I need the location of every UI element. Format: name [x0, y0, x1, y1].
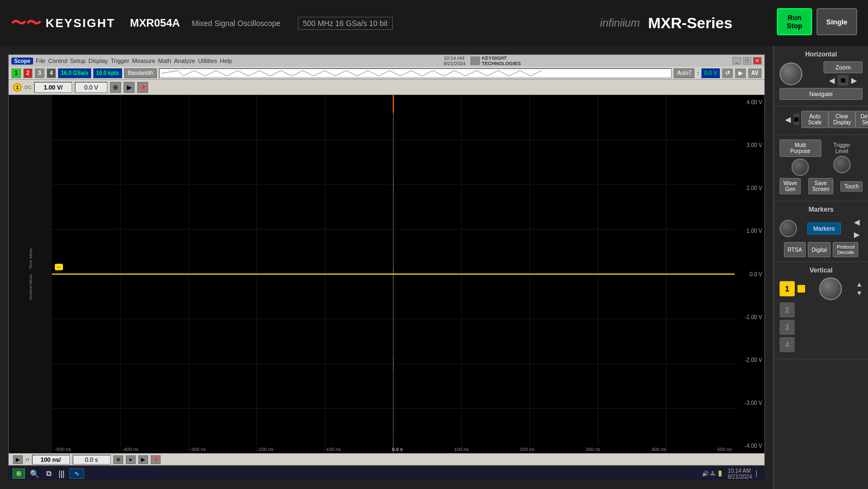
minimize-button[interactable]: _: [732, 57, 741, 65]
markers-knob[interactable]: [780, 220, 797, 237]
menu-control[interactable]: Control: [48, 58, 67, 64]
right-arrow-icon[interactable]: ▶: [848, 75, 860, 86]
left-arrow-icon[interactable]: ◀: [826, 75, 838, 86]
x-axis-labels: -500 ns -400 ns -300 ns -200 ns -100 ns …: [52, 447, 735, 452]
waveform-main[interactable]: ← ← -500 ns -400 ns: [52, 95, 735, 453]
task-view-icon[interactable]: ⧉: [44, 468, 54, 479]
run-stop-button[interactable]: RunStop: [777, 8, 812, 35]
time-run-btn[interactable]: ▶: [13, 455, 23, 464]
time-ctrl-4[interactable]: 📌: [151, 455, 161, 464]
menu-measure[interactable]: Measure: [132, 58, 155, 64]
time-per-div-input[interactable]: [32, 455, 70, 465]
multi-purpose-button[interactable]: MultiPurpose: [780, 139, 821, 157]
nav-stop-btn[interactable]: ■: [794, 114, 799, 125]
auto-trigger-button[interactable]: Auto7: [674, 68, 694, 78]
nav-up-left[interactable]: ◀: [782, 114, 794, 125]
start-button[interactable]: ⊞: [12, 468, 25, 479]
description-text: Mixed Signal Oscilloscope: [192, 19, 280, 28]
ch2-toolbar-button[interactable]: 2: [23, 68, 33, 78]
touch-button[interactable]: Touch: [840, 181, 863, 192]
protocol-decode-button[interactable]: ProtocolDecode: [833, 242, 858, 257]
ch4-toolbar-button[interactable]: 4: [47, 68, 56, 78]
bandwidth-button[interactable]: Bandwidth: [124, 68, 157, 78]
reset-button[interactable]: ↺: [722, 68, 733, 78]
right-panel: Horizontal Zoom ◀ ■ ▶ Navigate: [773, 46, 868, 489]
ch1-vertical-knob[interactable]: [819, 277, 842, 300]
x-label-3: -300 ns: [190, 447, 206, 452]
menu-help[interactable]: Help: [220, 58, 232, 64]
y-val-n2: -2.00 V: [737, 357, 762, 363]
menu-utilities[interactable]: Utilities: [198, 58, 217, 64]
ch3-number[interactable]: 3: [780, 320, 795, 335]
ch1-pin-button[interactable]: 📌: [137, 82, 148, 93]
sidebar-labels: Time Meas Vertical Meas: [9, 95, 52, 453]
horizontal-title: Horizontal: [780, 50, 863, 58]
ch1-number[interactable]: 1: [780, 281, 795, 296]
rtsa-button[interactable]: RTSA: [784, 242, 806, 257]
taskbar-bar-icon[interactable]: |||: [56, 468, 67, 479]
ch4-row: 4: [780, 337, 863, 352]
default-setup-button[interactable]: DefaultSetup: [856, 111, 868, 128]
horizontal-knob[interactable]: [780, 62, 802, 85]
up-down-arrows: ◀ ■ ▶: [780, 114, 801, 125]
ch1-volt-input[interactable]: [34, 82, 72, 93]
clear-display-button[interactable]: ClearDisplay: [828, 111, 856, 128]
menu-math[interactable]: Math: [158, 58, 171, 64]
markers-right-icon[interactable]: ▶: [851, 229, 863, 240]
forward-button[interactable]: ▶: [735, 68, 746, 78]
ch1-plus-button[interactable]: ⊕: [110, 82, 121, 93]
ch1-down-icon[interactable]: ▼: [856, 289, 863, 297]
keysight-logo-small: [470, 56, 481, 66]
navigate-button[interactable]: Navigate: [780, 88, 863, 100]
scope-toolbar: 1 2 3 4 16.0 GSa/s 16.0 kpts Bandwidth A…: [9, 67, 764, 80]
maximize-button[interactable]: □: [743, 57, 751, 65]
save-screen-button[interactable]: SaveScreen: [808, 178, 833, 194]
ch2-number[interactable]: 2: [780, 302, 795, 317]
sample-rate-display: 16.0 GSa/s: [58, 68, 91, 78]
menu-file[interactable]: File: [36, 58, 46, 64]
markers-row: Markers ◀ ▶: [780, 217, 863, 240]
x-label-5: -100 ns: [324, 447, 341, 452]
time-ctrl-3[interactable]: ▶: [138, 455, 148, 464]
logo-area: 〜〜 KEYSIGHT MXR054A Mixed Signal Oscillo…: [11, 13, 393, 34]
bandwidth-waveform-display: [159, 68, 672, 78]
single-button[interactable]: Single: [816, 8, 857, 35]
y-val-4: 4.00 V: [737, 99, 762, 105]
wave-gen-button[interactable]: WaveGen: [780, 178, 801, 194]
ch1-next-button[interactable]: ▶: [124, 82, 135, 93]
x-label-center: 0.0 s: [392, 447, 403, 452]
time-meas-label: Time Meas: [28, 248, 33, 269]
trigger-level-knob[interactable]: [833, 156, 851, 173]
screen-area: Scope File Control Setup Display Trigger…: [0, 46, 773, 489]
auto-view-button[interactable]: AV: [748, 68, 762, 78]
ch1-offset-input[interactable]: [75, 82, 107, 93]
ch1-ground-marker: ←: [55, 264, 63, 270]
time-offset-input[interactable]: [73, 455, 111, 465]
zoom-button[interactable]: Zoom: [824, 61, 863, 73]
mxr-series-text: MXR-Series: [648, 15, 732, 32]
multi-purpose-knob[interactable]: [792, 158, 809, 176]
close-button[interactable]: ✕: [753, 57, 762, 65]
menu-display[interactable]: Display: [88, 58, 108, 64]
auto-scale-button[interactable]: AutoScale: [801, 111, 828, 128]
markers-button[interactable]: Markers: [807, 223, 841, 234]
ch4-number[interactable]: 4: [780, 337, 795, 352]
vertical-arrows-ch1: ▲ ▼: [856, 281, 863, 297]
digital-button[interactable]: Digital: [808, 242, 831, 257]
ch1-up-icon[interactable]: ▲: [856, 281, 863, 288]
ch3-toolbar-button[interactable]: 3: [35, 68, 44, 78]
waveform-svg: ←: [52, 95, 735, 453]
menu-trigger[interactable]: Trigger: [111, 58, 129, 64]
ch3-row: 3: [780, 320, 863, 335]
ch1-toolbar-button[interactable]: 1: [11, 68, 21, 78]
taskbar-right: 🔊 🖧 🔋 10:14 AM8/21/2024 ▏: [702, 468, 761, 480]
markers-left-icon[interactable]: ◀: [851, 217, 863, 227]
menu-analyze[interactable]: Analyze: [174, 58, 195, 64]
scope-taskbar-app[interactable]: ∿: [69, 468, 84, 479]
search-taskbar-icon[interactable]: 🔍: [28, 468, 41, 479]
time-ctrl-2[interactable]: ●: [126, 455, 136, 464]
menu-setup[interactable]: Setup: [70, 58, 86, 64]
taskbar-show-desktop[interactable]: ▏: [756, 471, 761, 477]
time-ctrl-1[interactable]: ⊕: [113, 455, 123, 464]
nav-center-btn[interactable]: ■: [838, 75, 848, 86]
